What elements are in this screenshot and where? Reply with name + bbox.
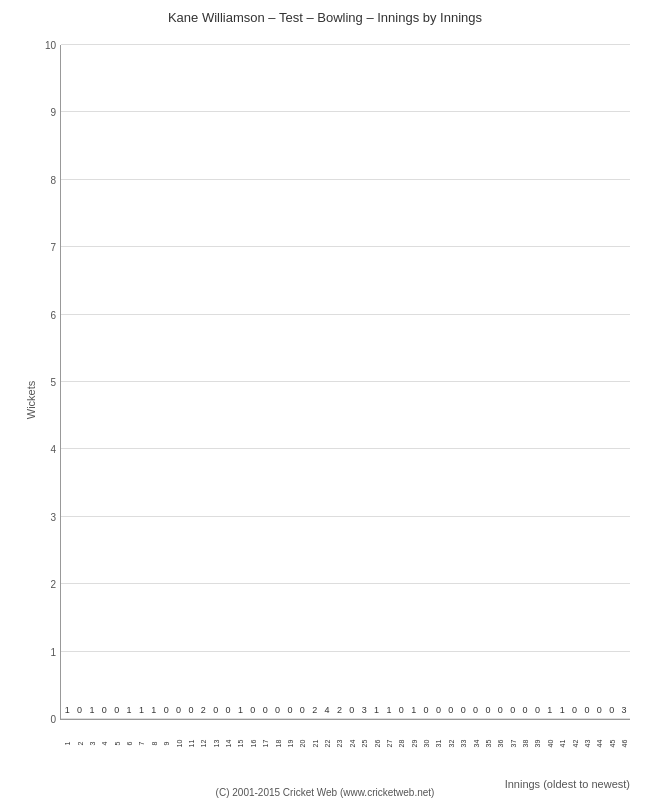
bar-value-label: 0: [114, 705, 119, 715]
bar-value-label: 0: [226, 705, 231, 715]
copyright-label: (C) 2001-2015 Cricket Web (www.cricketwe…: [0, 787, 650, 798]
bars-wrapper: 1102130405161718090100112120130141150160…: [61, 45, 630, 719]
bar-value-label: 0: [584, 705, 589, 715]
x-tick-label: 26: [373, 740, 380, 748]
bar-value-label: 0: [300, 705, 305, 715]
y-tick-label: 4: [26, 444, 56, 455]
bar-value-label: 0: [485, 705, 490, 715]
x-tick-label: 30: [423, 740, 430, 748]
bar-value-label: 0: [523, 705, 528, 715]
x-tick-label: 29: [410, 740, 417, 748]
bar-value-label: 0: [461, 705, 466, 715]
x-tick-label: 11: [187, 740, 194, 748]
x-tick-label: 5: [113, 742, 120, 746]
bar-value-label: 0: [597, 705, 602, 715]
x-tick-label: 40: [546, 740, 553, 748]
y-tick-label: 9: [26, 107, 56, 118]
bar-value-label: 0: [102, 705, 107, 715]
bar-value-label: 0: [164, 705, 169, 715]
bar-value-label: 0: [77, 705, 82, 715]
bar-value-label: 0: [213, 705, 218, 715]
x-tick-label: 46: [621, 740, 628, 748]
x-tick-label: 44: [596, 740, 603, 748]
y-tick-label: 7: [26, 242, 56, 253]
x-tick-label: 36: [497, 740, 504, 748]
bar-value-label: 0: [535, 705, 540, 715]
x-tick-label: 20: [299, 740, 306, 748]
x-tick-label: 43: [583, 740, 590, 748]
bar-value-label: 0: [176, 705, 181, 715]
bar-value-label: 2: [201, 705, 206, 715]
x-tick-label: 24: [348, 740, 355, 748]
bar-value-label: 4: [325, 705, 330, 715]
y-tick-label: 10: [26, 40, 56, 51]
x-tick-label: 27: [385, 740, 392, 748]
x-tick-label: 31: [435, 740, 442, 748]
x-tick-label: 17: [262, 740, 269, 748]
x-tick-label: 15: [237, 740, 244, 748]
chart-title: Kane Williamson – Test – Bowling – Innin…: [0, 10, 650, 25]
chart-area: 0123456789101102130405161718090100112120…: [60, 45, 630, 720]
bar-value-label: 0: [263, 705, 268, 715]
x-tick-label: 42: [571, 740, 578, 748]
x-tick-label: 14: [225, 740, 232, 748]
bar-value-label: 1: [139, 705, 144, 715]
bar-value-label: 1: [374, 705, 379, 715]
bar-value-label: 0: [275, 705, 280, 715]
x-tick-label: 13: [212, 740, 219, 748]
y-tick-label: 5: [26, 377, 56, 388]
bar-value-label: 0: [473, 705, 478, 715]
x-tick-label: 4: [101, 742, 108, 746]
x-tick-label: 1: [64, 742, 71, 746]
y-tick-label: 3: [26, 511, 56, 522]
bar-value-label: 1: [127, 705, 132, 715]
x-tick-label: 8: [150, 742, 157, 746]
x-tick-label: 16: [249, 740, 256, 748]
bar-value-label: 0: [436, 705, 441, 715]
x-tick-label: 32: [447, 740, 454, 748]
y-tick-label: 0: [26, 714, 56, 725]
x-tick-label: 7: [138, 742, 145, 746]
chart-container: Kane Williamson – Test – Bowling – Innin…: [0, 0, 650, 800]
bar-value-label: 0: [188, 705, 193, 715]
x-tick-label: 12: [200, 740, 207, 748]
bar-value-label: 1: [151, 705, 156, 715]
x-tick-label: 23: [336, 740, 343, 748]
x-tick-label: 3: [88, 742, 95, 746]
x-tick-label: 2: [76, 742, 83, 746]
bar-value-label: 1: [560, 705, 565, 715]
x-tick-label: 28: [398, 740, 405, 748]
bar-value-label: 0: [399, 705, 404, 715]
bar-value-label: 1: [238, 705, 243, 715]
bar-value-label: 2: [312, 705, 317, 715]
bar-value-label: 1: [411, 705, 416, 715]
x-tick-label: 25: [361, 740, 368, 748]
x-tick-label: 19: [286, 740, 293, 748]
bar-value-label: 1: [386, 705, 391, 715]
bar-value-label: 1: [65, 705, 70, 715]
x-tick-label: 22: [324, 740, 331, 748]
x-tick-label: 6: [126, 742, 133, 746]
x-tick-label: 18: [274, 740, 281, 748]
bar-value-label: 2: [337, 705, 342, 715]
x-tick-label: 39: [534, 740, 541, 748]
x-tick-label: 37: [509, 740, 516, 748]
bar-value-label: 0: [287, 705, 292, 715]
y-tick-label: 6: [26, 309, 56, 320]
bar-value-label: 0: [424, 705, 429, 715]
bar-value-label: 3: [622, 705, 627, 715]
bar-value-label: 0: [609, 705, 614, 715]
bar-value-label: 0: [250, 705, 255, 715]
y-tick-label: 2: [26, 579, 56, 590]
x-tick-label: 21: [311, 740, 318, 748]
x-tick-label: 38: [522, 740, 529, 748]
bar-value-label: 0: [498, 705, 503, 715]
bar-value-label: 0: [572, 705, 577, 715]
bar-value-label: 0: [510, 705, 515, 715]
x-tick-label: 33: [460, 740, 467, 748]
x-tick-label: 45: [608, 740, 615, 748]
bar-value-label: 3: [362, 705, 367, 715]
y-tick-label: 1: [26, 646, 56, 657]
bar-value-label: 1: [547, 705, 552, 715]
bar-value-label: 0: [349, 705, 354, 715]
